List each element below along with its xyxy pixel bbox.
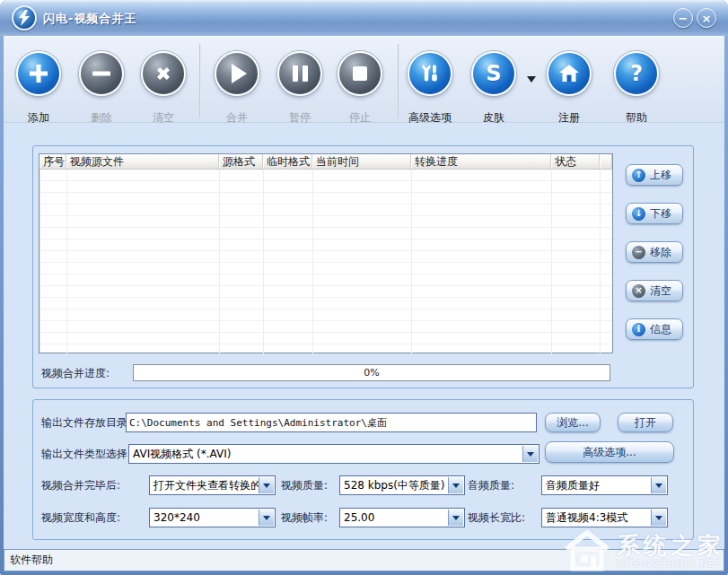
- plus-icon: [16, 51, 61, 96]
- video-quality-value: 528 kbps(中等质量): [340, 476, 464, 494]
- toolbar-button-delete[interactable]: 删除: [79, 51, 124, 96]
- advanced-options-button-label: 高级选项...: [583, 445, 636, 460]
- video-quality-select[interactable]: 528 kbps(中等质量): [339, 475, 465, 495]
- window-title: 闪电-视频合并王: [43, 11, 136, 27]
- info-label: 信息: [650, 322, 671, 337]
- close-icon: ×: [702, 13, 712, 24]
- skin-dropdown-arrow-icon[interactable]: [527, 76, 536, 83]
- lightning-icon[interactable]: [12, 5, 37, 30]
- toolbar-separator: [398, 44, 399, 118]
- output-type-select[interactable]: AVI视频格式 (*.AVI): [128, 444, 539, 464]
- aspect-ratio-label: 视频长宽比:: [468, 508, 525, 527]
- remove-icon: −: [632, 246, 645, 259]
- clear-list-button[interactable]: × 清空: [626, 280, 683, 301]
- table-header-row: 序号 视频源文件 源格式 临时格式 当前时间 转换进度 状态: [39, 154, 612, 170]
- info-button[interactable]: i 信息: [626, 318, 683, 340]
- tools-icon: [408, 51, 452, 96]
- toolbar-button-add[interactable]: 添加: [16, 51, 61, 96]
- clear-x-icon: [141, 51, 186, 96]
- table-header-temp: 临时格式: [263, 154, 312, 169]
- table-header-index: 序号: [39, 154, 66, 169]
- pause-icon: [277, 51, 322, 96]
- frame-rate-label: 视频帧率:: [281, 508, 328, 527]
- table-header-format: 源格式: [219, 154, 263, 169]
- frame-rate-select[interactable]: 25.00: [339, 508, 465, 527]
- move-up-button[interactable]: ↑ 上移: [626, 164, 683, 186]
- toolbar-button-register[interactable]: 注册: [547, 51, 592, 96]
- output-type-value: AVI视频格式 (*.AVI): [129, 445, 539, 463]
- status-text: 软件帮助: [10, 553, 53, 566]
- toolbar-button-clear[interactable]: 清空: [141, 51, 186, 96]
- help-icon: ?: [614, 51, 659, 96]
- chevron-down-icon[interactable]: [522, 446, 538, 462]
- toolbar-button-advanced-options[interactable]: 高级选项: [408, 51, 452, 96]
- browse-button-label: 浏览...: [557, 415, 588, 431]
- titlebar: 闪电-视频合并王 − ×: [0, 0, 728, 36]
- status-bar: 软件帮助: [4, 549, 724, 571]
- remove-button[interactable]: − 移除: [626, 241, 683, 263]
- move-down-button[interactable]: ↓ 下移: [626, 203, 683, 224]
- chevron-down-icon[interactable]: [651, 510, 666, 526]
- video-size-value: 320*240: [150, 509, 275, 527]
- output-dir-input[interactable]: [126, 413, 537, 432]
- open-button[interactable]: 打开: [618, 413, 673, 432]
- close-button[interactable]: ×: [697, 8, 716, 28]
- aspect-ratio-value: 普通视频4:3模式: [542, 509, 667, 527]
- merge-progress-label: 视频合并进度:: [41, 365, 110, 381]
- move-down-label: 下移: [650, 206, 671, 222]
- table-header-progress: 转换进度: [411, 154, 551, 169]
- file-table: 序号 视频源文件 源格式 临时格式 当前时间 转换进度 状态: [39, 153, 613, 353]
- up-arrow-icon: ↑: [632, 169, 645, 182]
- table-header-time: 当前时间: [312, 154, 411, 169]
- chevron-down-icon[interactable]: [259, 477, 274, 493]
- app-window: 闪电-视频合并王 − × 添加 删除 清空 合并: [0, 0, 728, 575]
- toolbar-separator: [199, 44, 201, 118]
- aspect-ratio-select[interactable]: 普通视频4:3模式: [541, 508, 668, 527]
- video-size-select[interactable]: 320*240: [149, 508, 276, 527]
- move-up-label: 上移: [650, 168, 671, 183]
- play-icon: [215, 51, 259, 96]
- table-header-filler: [600, 154, 612, 169]
- video-size-label: 视频宽度和高度:: [41, 508, 120, 527]
- down-arrow-icon: ↓: [632, 207, 645, 221]
- stop-icon: [338, 51, 382, 96]
- merge-progress-value: 0%: [364, 367, 379, 379]
- minimize-icon: −: [679, 13, 689, 24]
- chevron-down-icon[interactable]: [651, 477, 666, 493]
- merge-progress-bar: 0%: [133, 364, 610, 381]
- chevron-down-icon[interactable]: [448, 510, 463, 526]
- main-panel: 序号 视频源文件 源格式 临时格式 当前时间 转换进度 状态 ↑ 上移 ↓ 下移: [4, 123, 724, 549]
- frame-rate-value: 25.00: [340, 509, 464, 527]
- clear-list-label: 清空: [650, 283, 671, 299]
- chevron-down-icon[interactable]: [259, 510, 274, 526]
- skin-s-icon: S: [471, 51, 516, 96]
- advanced-options-button[interactable]: 高级选项...: [545, 441, 674, 463]
- open-button-label: 打开: [635, 415, 656, 431]
- after-merge-label: 视频合并完毕后:: [41, 475, 120, 495]
- toolbar-button-pause[interactable]: 暂停: [277, 51, 322, 96]
- home-icon: [547, 51, 592, 96]
- toolbar-button-stop[interactable]: 停止: [338, 51, 382, 96]
- audio-quality-label: 音频质量:: [468, 475, 514, 495]
- clear-icon: ×: [632, 284, 645, 298]
- audio-quality-select[interactable]: 音频质量好: [541, 475, 668, 495]
- after-merge-value: 打开文件夹查看转换的: [150, 476, 275, 494]
- toolbar: 添加 删除 清空 合并 暂停 停止: [4, 36, 724, 123]
- minimize-button[interactable]: −: [673, 8, 693, 28]
- toolbar-button-skin[interactable]: S 皮肤: [471, 51, 516, 96]
- minus-icon: [79, 51, 124, 96]
- table-header-source: 视频源文件: [66, 154, 219, 169]
- audio-quality-value: 音频质量好: [542, 476, 667, 494]
- remove-label: 移除: [650, 245, 671, 260]
- toolbar-button-merge[interactable]: 合并: [215, 51, 259, 96]
- output-dir-label: 输出文件存放目录:: [41, 413, 131, 432]
- after-merge-select[interactable]: 打开文件夹查看转换的: [149, 475, 276, 495]
- info-icon: i: [632, 323, 645, 336]
- video-quality-label: 视频质量:: [281, 475, 328, 495]
- toolbar-button-help[interactable]: ? 帮助: [614, 51, 659, 96]
- output-type-label: 输出文件类型选择:: [41, 444, 131, 464]
- table-header-status: 状态: [551, 154, 600, 169]
- browse-button[interactable]: 浏览...: [545, 413, 601, 432]
- chevron-down-icon[interactable]: [448, 477, 463, 493]
- file-list-body[interactable]: [39, 170, 612, 353]
